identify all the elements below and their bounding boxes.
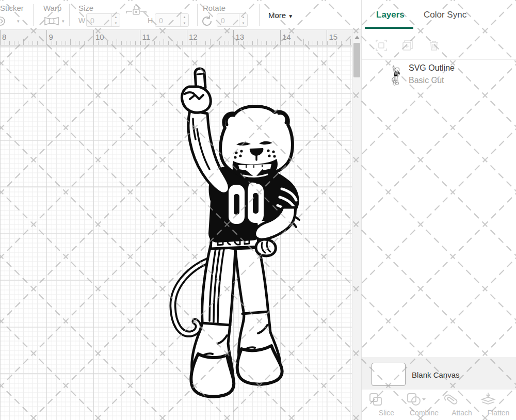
combine-button[interactable]: Combine — [406, 392, 442, 417]
blank-canvas-row[interactable]: Blank Canvas — [362, 357, 516, 390]
attach-icon — [444, 392, 480, 407]
ruler-number: 9 — [49, 33, 53, 41]
ruler-number: 15 — [329, 33, 338, 41]
width-input[interactable]: 0 ▲▼ — [86, 13, 120, 27]
scrollbar-thumb[interactable] — [353, 43, 360, 77]
flatten-button[interactable]: Flatten — [480, 392, 516, 417]
ruler-number: 11 — [142, 33, 151, 41]
slice-button[interactable]: Slice — [368, 392, 405, 417]
more-button[interactable]: More ▼ — [268, 11, 293, 20]
top-toolbar: Sticker ▾ Warp ▾ Size W 0 ▲▼ H 0 ▲▼ Rota… — [0, 0, 361, 30]
more-caret-icon: ▼ — [288, 13, 293, 19]
step-down-icon[interactable]: ▼ — [239, 20, 247, 26]
step-up-icon[interactable]: ▲ — [239, 14, 247, 20]
toolbar-divider — [259, 4, 260, 26]
width-stepper[interactable]: ▲▼ — [111, 14, 120, 26]
layer-tools-row — [362, 36, 516, 60]
group-icon[interactable] — [376, 40, 387, 51]
delete-layer-icon[interactable] — [429, 40, 439, 51]
rotate-stepper[interactable]: ▲▼ — [239, 14, 247, 26]
size-label: Size — [78, 4, 93, 12]
slice-label: Slice — [368, 409, 405, 417]
step-up-icon[interactable]: ▲ — [181, 14, 188, 20]
step-up-icon[interactable]: ▲ — [112, 14, 120, 20]
height-stepper[interactable]: ▲▼ — [180, 14, 188, 26]
ruler-number: 12 — [189, 33, 198, 41]
layer-title: SVG Outline — [409, 63, 455, 73]
combine-icon — [406, 392, 442, 407]
sticker-icon[interactable] — [0, 15, 7, 27]
size-lock-icon[interactable] — [125, 4, 147, 18]
attach-label: Attach — [444, 409, 480, 417]
more-label: More — [268, 11, 286, 20]
warp-icon[interactable] — [44, 16, 59, 26]
scroll-up-arrow-icon[interactable] — [354, 36, 360, 39]
sticker-dropdown-caret[interactable]: ▾ — [17, 19, 20, 24]
flatten-icon — [480, 392, 516, 407]
slice-icon — [368, 392, 405, 407]
layer-item-svg-outline[interactable]: SVG Outline Basic Cut — [362, 60, 516, 96]
ruler-number: 8 — [2, 33, 6, 41]
width-value: 0 — [87, 14, 111, 26]
step-down-icon[interactable]: ▼ — [112, 20, 120, 26]
combine-label: Combine — [406, 409, 442, 417]
tab-layers[interactable]: Layers — [376, 10, 405, 20]
rotate-label: Rotate — [203, 4, 225, 12]
tab-color-sync[interactable]: Color Sync — [424, 10, 466, 20]
rotate-icon[interactable] — [200, 14, 214, 28]
attach-button[interactable]: Attach — [444, 392, 480, 417]
width-label: W — [78, 17, 85, 25]
flatten-label: Flatten — [480, 409, 516, 417]
ruler-number: 14 — [282, 33, 291, 41]
canvas-artwork-mascot[interactable] — [166, 67, 301, 398]
sticker-label: Sticker — [0, 4, 24, 12]
height-label: H — [148, 17, 153, 25]
vertical-scrollbar[interactable] — [352, 30, 361, 420]
toolbar-divider — [33, 4, 34, 26]
toolbar-divider — [69, 4, 70, 26]
layers-panel: Layers Color Sync SVG Outline Basic Cut … — [361, 0, 516, 420]
height-value: 0 — [155, 14, 180, 26]
ruler-number: 13 — [236, 33, 245, 41]
height-input[interactable]: 0 ▲▼ — [155, 13, 189, 27]
active-tab-underline — [365, 27, 413, 29]
layer-actions-bar: Slice Combine Attach Fl — [362, 390, 516, 420]
warp-dropdown-caret[interactable]: ▾ — [62, 19, 64, 24]
step-down-icon[interactable]: ▼ — [181, 20, 188, 26]
layer-subtitle: Basic Cut — [409, 76, 444, 85]
ruler: 89101112131415 — [0, 30, 352, 45]
warp-label: Warp — [43, 4, 61, 12]
rotate-value: 0 — [217, 14, 239, 26]
blank-canvas-thumbnail — [372, 363, 406, 386]
blank-canvas-label: Blank Canvas — [412, 370, 460, 379]
ruler-number: 10 — [95, 33, 104, 41]
add-layer-icon[interactable] — [402, 40, 413, 51]
layer-thumbnail — [392, 65, 400, 86]
rotate-input[interactable]: 0 ▲▼ — [217, 13, 248, 27]
toolbar-divider — [197, 4, 198, 26]
